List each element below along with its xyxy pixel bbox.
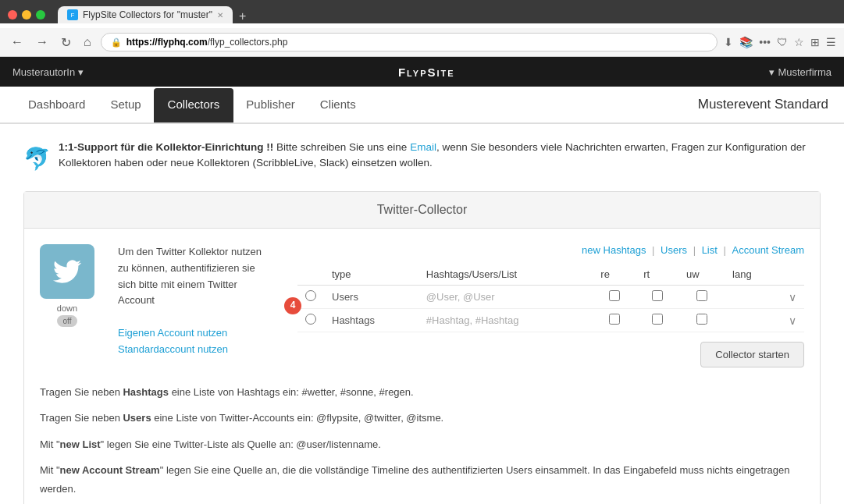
twitter-status-box: down off xyxy=(40,244,94,367)
collector-right-panel: new Hashtags | Users | List | Account St… xyxy=(297,244,804,367)
col-rt: rt xyxy=(636,264,678,286)
tab-favicon: F xyxy=(67,9,78,20)
download-icon[interactable]: ⬇ xyxy=(724,36,733,48)
collector-table: type Hashtags/Users/List re rt uw lang xyxy=(297,264,804,332)
user-menu[interactable]: MusterautorIn ▾ xyxy=(12,66,84,78)
close-traffic-light[interactable] xyxy=(8,10,17,20)
row2-expand-icon[interactable]: ∨ xyxy=(789,314,796,327)
bookmarks-icon[interactable]: 📚 xyxy=(739,36,753,48)
support-banner: 🐬 1:1-Support für die Kollektor-Einricht… xyxy=(23,140,821,176)
row1-value: @User, @User xyxy=(418,286,593,309)
more-dots-icon[interactable]: ••• xyxy=(759,36,771,48)
help1-prefix: Tragen Sie neben xyxy=(40,386,123,398)
nav-dashboard[interactable]: Dashboard xyxy=(16,87,98,124)
main-content: 🐬 1:1-Support für die Kollektor-Einricht… xyxy=(0,124,844,504)
support-text-before: Bitte schreiben Sie uns eine xyxy=(276,141,410,153)
help3-suffix: " legen Sie eine Twitter-Liste als Quell… xyxy=(101,438,381,450)
help1-suffix: eine Liste von Hashtags ein: #wetter, #s… xyxy=(169,386,414,398)
maximize-traffic-light[interactable] xyxy=(36,10,45,20)
security-icon: 🔒 xyxy=(111,37,122,48)
main-nav: Dashboard Setup Collectors Publisher Cli… xyxy=(0,87,844,124)
nav-collectors[interactable]: Collectors xyxy=(154,88,234,122)
col-re: re xyxy=(593,264,636,286)
col-hashtags: Hashtags/Users/List xyxy=(418,264,593,286)
refresh-button[interactable]: ↻ xyxy=(58,34,74,51)
help2-suffix: eine Liste von Twitter-Accounts ein: @fl… xyxy=(151,412,444,424)
minimize-traffic-light[interactable] xyxy=(22,10,31,20)
row2-re-checkbox[interactable] xyxy=(609,314,620,325)
col-lang: lang xyxy=(725,264,781,286)
collector-description: Um den Twitter Kollektor nutzen zu könne… xyxy=(118,244,274,367)
help2-bold: Users xyxy=(123,412,151,424)
company-menu[interactable]: ▾ Musterfirma xyxy=(769,66,832,78)
new-tab-button[interactable]: + xyxy=(233,9,252,23)
url-box[interactable]: 🔒 https://flyphq.com/flyp_collectors.php xyxy=(101,33,718,51)
menu-icon[interactable]: ☰ xyxy=(826,36,836,48)
help-line-3: Mit "new List" legen Sie eine Twitter-Li… xyxy=(40,435,804,461)
toggle-switch[interactable]: off xyxy=(57,315,78,327)
nav-publisher[interactable]: Publisher xyxy=(233,87,308,124)
support-heading: 1:1-Support für die Kollektor-Einrichtun… xyxy=(59,141,273,153)
table-row: Hashtags #Hashtag, #Hashtag ∨ xyxy=(297,309,804,332)
collector-body: down off Um den Twitter Kollektor nutzen… xyxy=(24,229,820,383)
standard-account-link[interactable]: Standardaccount nutzen xyxy=(118,342,274,358)
help-section: Tragen Sie neben Hashtags eine Liste von… xyxy=(24,383,820,504)
twitter-collector-section: Twitter-Collector down off Um den Twitte… xyxy=(23,191,821,504)
active-tab[interactable]: F FlypSite Collectors for "muster" ✕ xyxy=(58,6,233,23)
app-header: MusterautorIn ▾ FlypSite ▾ Musterfirma xyxy=(0,57,844,87)
browser-tabs: F FlypSite Collectors for "muster" ✕ + xyxy=(58,6,252,23)
row2-rt-checkbox[interactable] xyxy=(652,314,663,325)
start-collector-button[interactable]: Collector starten xyxy=(700,342,804,367)
users-link[interactable]: Users xyxy=(661,244,687,256)
shield-icon[interactable]: 🛡 xyxy=(777,36,788,48)
row1-radio[interactable] xyxy=(305,290,316,301)
own-account-link[interactable]: Eigenen Account nutzen xyxy=(118,325,274,342)
star-icon[interactable]: ☆ xyxy=(794,36,804,48)
back-button[interactable]: ← xyxy=(8,34,27,51)
row2-radio[interactable] xyxy=(305,314,316,325)
dolphin-icon: 🐬 xyxy=(23,143,51,176)
help3-prefix: Mit " xyxy=(40,438,60,450)
nav-setup[interactable]: Setup xyxy=(98,87,153,124)
row1-type: Users xyxy=(324,286,418,309)
separator1: | xyxy=(652,244,657,256)
row2-uw-checkbox[interactable] xyxy=(696,314,707,325)
company-chevron-icon: ▾ xyxy=(769,66,775,78)
tab-title: FlypSite Collectors for "muster" xyxy=(83,9,212,20)
help-line-4: Mit "new Account Stream" legen Sie eine … xyxy=(40,461,804,504)
nav-clients[interactable]: Clients xyxy=(308,87,369,124)
support-text: 1:1-Support für die Kollektor-Einrichtun… xyxy=(59,140,821,172)
row1-rt-checkbox[interactable] xyxy=(652,290,663,301)
row2-lang xyxy=(725,309,781,332)
twitter-status-label: down xyxy=(40,303,94,313)
help4-prefix: Mit " xyxy=(40,464,60,476)
help2-prefix: Tragen Sie neben xyxy=(40,412,123,424)
row2-type: Hashtags xyxy=(324,309,418,332)
twitter-avatar xyxy=(40,244,94,299)
home-button[interactable]: ⌂ xyxy=(80,34,94,51)
row1-expand-icon[interactable]: ∨ xyxy=(789,291,796,303)
forward-button[interactable]: → xyxy=(33,34,52,51)
separator3: | xyxy=(724,244,729,256)
help-line-1: Tragen Sie neben Hashtags eine Liste von… xyxy=(40,383,804,409)
row1-uw-checkbox[interactable] xyxy=(696,290,707,301)
row1-re-checkbox[interactable] xyxy=(609,290,620,301)
browser-chrome: F FlypSite Collectors for "muster" ✕ + ←… xyxy=(0,0,844,57)
page-title: Musterevent Standard xyxy=(698,97,828,112)
browser-actions: ⬇ 📚 ••• 🛡 ☆ ⊞ ☰ xyxy=(724,36,836,48)
help3-bold: new List xyxy=(60,438,101,450)
account-stream-link[interactable]: Account Stream xyxy=(732,244,805,256)
separator2: | xyxy=(693,244,699,256)
address-bar: ← → ↻ ⌂ 🔒 https://flyphq.com/flyp_collec… xyxy=(0,28,844,57)
notification-badge: 4 xyxy=(284,297,301,314)
new-hashtags-link[interactable]: new Hashtags xyxy=(582,244,646,256)
row1-lang xyxy=(725,286,781,309)
url-text: https://flyphq.com/flyp_collectors.php xyxy=(126,37,708,48)
row2-value: #Hashtag, #Hashtag xyxy=(418,309,593,332)
list-link[interactable]: List xyxy=(702,244,718,256)
tab-icon[interactable]: ⊞ xyxy=(810,36,820,48)
support-email-link[interactable]: Email xyxy=(410,141,436,153)
help-line-2: Tragen Sie neben Users eine Liste von Tw… xyxy=(40,409,804,435)
help4-bold: new Account Stream xyxy=(60,464,160,476)
tab-close-button[interactable]: ✕ xyxy=(217,11,223,20)
